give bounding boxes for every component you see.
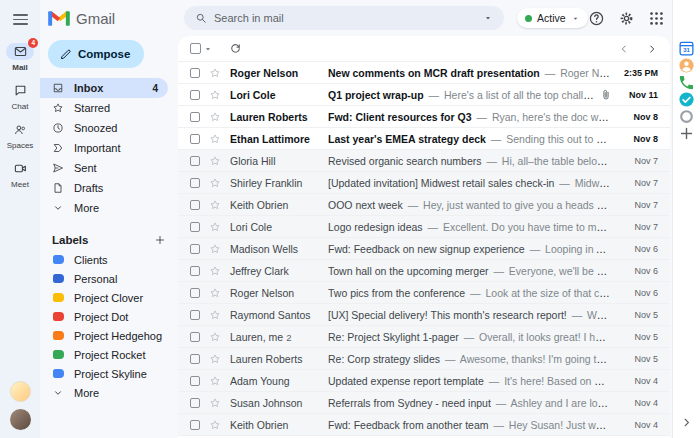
label-name: Personal — [74, 273, 117, 285]
email-subject: Last year's EMEA strategy deck — [328, 133, 486, 145]
email-checkbox[interactable] — [190, 354, 200, 364]
tasks-icon[interactable] — [678, 91, 695, 108]
email-checkbox[interactable] — [190, 244, 200, 254]
calendar-icon[interactable]: 31 — [678, 40, 695, 57]
profile-avatar[interactable] — [10, 409, 31, 430]
keep-icon[interactable] — [678, 108, 695, 125]
star-icon[interactable] — [209, 199, 221, 211]
label-item-project-clover[interactable]: Project Clover — [40, 288, 178, 307]
email-checkbox[interactable] — [190, 68, 200, 78]
sidebar-item-inbox[interactable]: Inbox 4 — [40, 78, 168, 98]
email-sender: Lori Cole — [230, 89, 322, 101]
search-bar[interactable]: Search in mail — [184, 6, 504, 30]
help-icon[interactable] — [588, 10, 605, 27]
label-item-personal[interactable]: Personal — [40, 269, 178, 288]
email-row[interactable]: Raymond Santos [UX] Special delivery! Th… — [178, 304, 670, 326]
email-row[interactable]: Roger Nelson Two pics from the conferenc… — [178, 282, 670, 304]
email-row[interactable]: Ethan Lattimore Last year's EMEA strateg… — [178, 128, 670, 150]
email-row[interactable]: Lori Cole Logo redesign ideas — Excellen… — [178, 216, 670, 238]
star-icon[interactable] — [209, 155, 221, 167]
email-row[interactable]: Lori Cole Q1 project wrap-up — Here's a … — [178, 84, 670, 106]
email-checkbox[interactable] — [190, 178, 200, 188]
sidebar-item-more[interactable]: More — [40, 198, 168, 218]
star-icon[interactable] — [209, 331, 221, 343]
star-icon[interactable] — [209, 133, 221, 145]
get-addons-icon[interactable] — [678, 125, 695, 142]
label-item-clients[interactable]: Clients — [40, 250, 178, 269]
star-icon[interactable] — [209, 177, 221, 189]
newer-page-chevron-left-icon[interactable] — [618, 43, 630, 55]
email-checkbox[interactable] — [190, 222, 200, 232]
status-dot — [525, 15, 532, 22]
email-row[interactable]: Jeffrey Clark Town hall on the upcoming … — [178, 260, 670, 282]
sidebar-item-important[interactable]: Important — [40, 138, 168, 158]
email-subject-line: Town hall on the upcoming merger — Every… — [328, 265, 610, 277]
email-checkbox[interactable] — [190, 288, 200, 298]
label-item-project-rocket[interactable]: Project Rocket — [40, 345, 178, 364]
sidebar-item-sent[interactable]: Sent — [40, 158, 168, 178]
star-icon[interactable] — [209, 287, 221, 299]
star-icon[interactable] — [209, 221, 221, 233]
star-icon[interactable] — [209, 353, 221, 365]
sidebar-item-more-labels[interactable]: More — [40, 383, 168, 403]
voice-icon[interactable] — [678, 74, 695, 91]
rail-item-chat[interactable]: Chat — [6, 82, 34, 111]
star-icon[interactable] — [209, 89, 221, 101]
email-date: Nov 7 — [616, 178, 658, 188]
refresh-icon[interactable] — [229, 42, 242, 55]
email-row[interactable]: Madison Wells Fwd: Feedback on new signu… — [178, 238, 670, 260]
email-checkbox[interactable] — [190, 398, 200, 408]
email-checkbox[interactable] — [190, 156, 200, 166]
email-row[interactable]: Roger Nelson New comments on MCR draft p… — [178, 62, 670, 84]
label-item-project-hedgehog[interactable]: Project Hedgehog — [40, 326, 178, 345]
label-item-project-dot[interactable]: Project Dot — [40, 307, 178, 326]
star-icon[interactable] — [209, 397, 221, 409]
email-checkbox[interactable] — [190, 310, 200, 320]
email-row[interactable]: Lauren Roberts Re: Corp strategy slides … — [178, 348, 670, 370]
email-row[interactable]: Keith Obrien Fwd: Feedback from another … — [178, 414, 670, 436]
email-row[interactable]: Adam Young Updated expense report templa… — [178, 370, 670, 392]
compose-button[interactable]: Compose — [48, 40, 144, 68]
add-label-button[interactable] — [154, 234, 166, 246]
select-all-checkbox[interactable] — [190, 43, 201, 54]
star-icon[interactable] — [209, 243, 221, 255]
email-row[interactable]: Gloria Hill Revised organic search numbe… — [178, 150, 670, 172]
email-row[interactable]: Susan Johnson Referrals from Sydney - ne… — [178, 392, 670, 414]
email-checkbox[interactable] — [190, 376, 200, 386]
star-icon[interactable] — [209, 67, 221, 79]
sidebar-item-drafts[interactable]: Drafts — [40, 178, 168, 198]
select-dropdown-icon[interactable] — [203, 44, 213, 54]
email-checkbox[interactable] — [190, 134, 200, 144]
sidebar-item-snoozed[interactable]: Snoozed — [40, 118, 168, 138]
star-icon[interactable] — [209, 375, 221, 387]
label-item-project-skyline[interactable]: Project Skyline — [40, 364, 178, 383]
rail-item-spaces[interactable]: Spaces — [6, 121, 34, 150]
older-page-chevron-right-icon[interactable] — [646, 43, 658, 55]
email-checkbox[interactable] — [190, 420, 200, 430]
email-checkbox[interactable] — [190, 332, 200, 342]
main-menu-icon[interactable] — [13, 14, 28, 25]
calendar-icon: 31 — [678, 40, 695, 57]
emoji-avatar[interactable] — [10, 381, 31, 402]
contacts-icon[interactable] — [678, 57, 695, 74]
settings-gear-icon[interactable] — [618, 10, 635, 27]
rail-item-meet[interactable]: Meet — [6, 160, 34, 189]
status-selector[interactable]: Active — [517, 8, 588, 28]
email-checkbox[interactable] — [190, 266, 200, 276]
search-options-icon[interactable] — [483, 13, 493, 23]
email-checkbox[interactable] — [190, 112, 200, 122]
sidebar-item-starred[interactable]: Starred — [40, 98, 168, 118]
email-row[interactable]: Lauren, me 2 Re: Project Skylight 1-page… — [178, 326, 670, 348]
star-icon[interactable] — [209, 265, 221, 277]
side-panel-expand-icon[interactable] — [680, 416, 693, 429]
google-apps-grid-icon[interactable] — [648, 10, 665, 27]
star-icon[interactable] — [209, 111, 221, 123]
star-icon[interactable] — [209, 419, 221, 431]
email-row[interactable]: Shirley Franklin [Updated invitation] Mi… — [178, 172, 670, 194]
email-row[interactable]: Lauren Roberts Fwd: Client resources for… — [178, 106, 670, 128]
star-icon[interactable] — [209, 309, 221, 321]
rail-item-mail[interactable]: 4 Mail — [6, 43, 34, 72]
email-row[interactable]: Keith Obrien OOO next week — Hey, just w… — [178, 194, 670, 216]
email-checkbox[interactable] — [190, 200, 200, 210]
email-checkbox[interactable] — [190, 90, 200, 100]
